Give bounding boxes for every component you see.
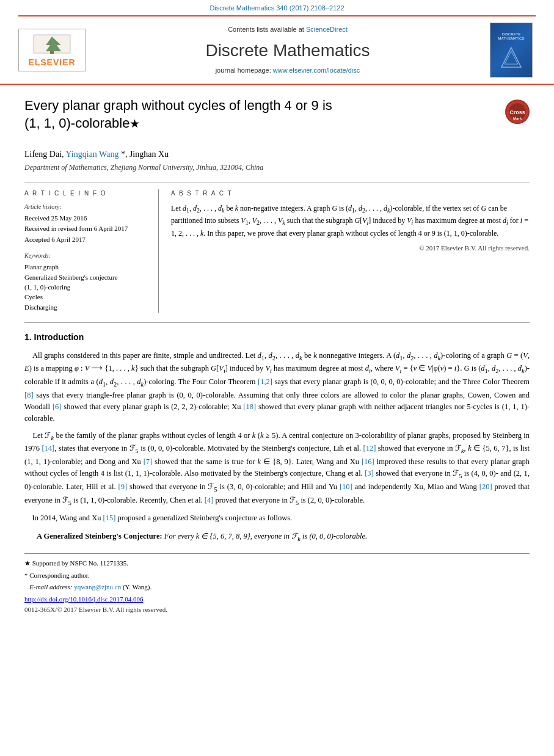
elsevier-text: ELSEVIER [28, 57, 75, 69]
paper-title: Every planar graph without cycles of len… [24, 97, 505, 132]
keyword-2: Generalized Steinberg's conjecture [24, 273, 148, 282]
article-info-col: A R T I C L E I N F O Article history: R… [24, 189, 159, 313]
keywords-label: Keywords: [24, 252, 148, 260]
conjecture-text: For every k ∈ {5, 6, 7, 8, 9}, everyone … [164, 532, 367, 540]
footnote-area: ★ Supported by NSFC No. 11271335. * Corr… [24, 553, 530, 614]
available-at-text: Contents lists available at ScienceDirec… [86, 25, 490, 34]
elsevier-logo-img: ELSEVIER [21, 32, 82, 68]
journal-cover: DISCRETE MATHEMATICS [490, 23, 536, 78]
sciencedirect-link[interactable]: ScienceDirect [306, 26, 348, 33]
keyword-3: (1, 1, 0)-coloring [24, 283, 148, 292]
copyright-text: © 2017 Elsevier B.V. All rights reserved… [171, 244, 530, 253]
footnote-email: E-mail address: yqwang@zjnu.cn (Y. Wang)… [24, 583, 530, 592]
authors-line: Lifeng Dai, Yingqian Wang *, Jinghan Xu [24, 148, 530, 161]
intro-para2: Let ℱk be the family of the planar graph… [24, 430, 530, 508]
svg-rect-2 [50, 51, 54, 54]
header-center: Contents lists available at ScienceDirec… [86, 25, 490, 75]
doi-line: http://dx.doi.org/10.1016/j.disc.2017.04… [24, 595, 530, 604]
affiliation: Department of Mathematics, Zhejiang Norm… [24, 162, 530, 173]
revised-date: Received in revised form 6 April 2017 [24, 224, 148, 233]
journal-homepage: journal homepage: www.elsevier.com/locat… [86, 66, 490, 75]
intro-heading: 1. Introduction [24, 332, 530, 344]
doi-link[interactable]: http://dx.doi.org/10.1016/j.disc.2017.04… [24, 595, 143, 603]
journal-ref-text: Discrete Mathematics 340 (2017) 2108–212… [210, 4, 344, 12]
introduction-section: 1. Introduction All graphs considered in… [24, 332, 530, 543]
elsevier-logo-box: ELSEVIER [18, 29, 86, 71]
email-link[interactable]: yqwang@zjnu.cn [74, 583, 121, 591]
intro-para3: In 2014, Wang and Xu [15] proposed a gen… [24, 512, 530, 524]
svg-text:Mark: Mark [513, 117, 522, 120]
received-date: Received 25 May 2016 [24, 214, 148, 223]
article-info-label: A R T I C L E I N F O [24, 189, 148, 198]
svg-text:Cross: Cross [509, 109, 525, 115]
article-info-abstract: A R T I C L E I N F O Article history: R… [24, 183, 530, 313]
conjecture-label: A Generalized Steinberg's Conjecture: [37, 532, 162, 540]
keyword-5: Discharging [24, 303, 148, 312]
abstract-text: Let d1, d2, . . . , dk be k non-negative… [171, 203, 530, 239]
keyword-1: Planar graph [24, 263, 148, 272]
journal-title-header: Discrete Mathematics [86, 38, 490, 62]
page: Discrete Mathematics 340 (2017) 2108–212… [0, 0, 554, 756]
abstract-col: A B S T R A C T Let d1, d2, . . . , dk b… [171, 189, 530, 313]
cover-image: DISCRETE MATHEMATICS [490, 23, 533, 78]
keyword-4: Cycles [24, 293, 148, 302]
history-label: Article history: [24, 203, 148, 211]
corresponding-author: Yingqian Wang [66, 150, 119, 159]
elsevier-logo-area: ELSEVIER [18, 29, 86, 71]
intro-para1: All graphs considered in this paper are … [24, 350, 530, 425]
accepted-date: Accepted 6 April 2017 [24, 235, 148, 244]
footnote-star: ★ Supported by NSFC No. 11271335. [24, 559, 530, 568]
homepage-link[interactable]: www.elsevier.com/locate/disc [273, 67, 360, 74]
section-divider [24, 322, 530, 323]
abstract-label: A B S T R A C T [171, 189, 530, 198]
issn-line: 0012-365X/© 2017 Elsevier B.V. All right… [24, 605, 530, 614]
footnote-asterisk: * Corresponding author. [24, 571, 530, 580]
cover-shape-svg [499, 45, 523, 70]
journal-reference: Discrete Mathematics 340 (2017) 2108–212… [0, 0, 554, 15]
journal-header: ELSEVIER Contents lists available at Sci… [0, 16, 554, 85]
keywords-section: Keywords: Planar graph Generalized Stein… [24, 252, 148, 312]
crossmark-icon: Cross Mark [505, 100, 530, 124]
crossmark-badge[interactable]: Cross Mark [505, 100, 530, 124]
cover-title: DISCRETE MATHEMATICS [490, 31, 532, 42]
paper-content: Every planar graph without cycles of len… [0, 85, 554, 627]
conjecture-box: A Generalized Steinberg's Conjecture: Fo… [37, 531, 517, 544]
elsevier-tree-svg [27, 32, 76, 56]
